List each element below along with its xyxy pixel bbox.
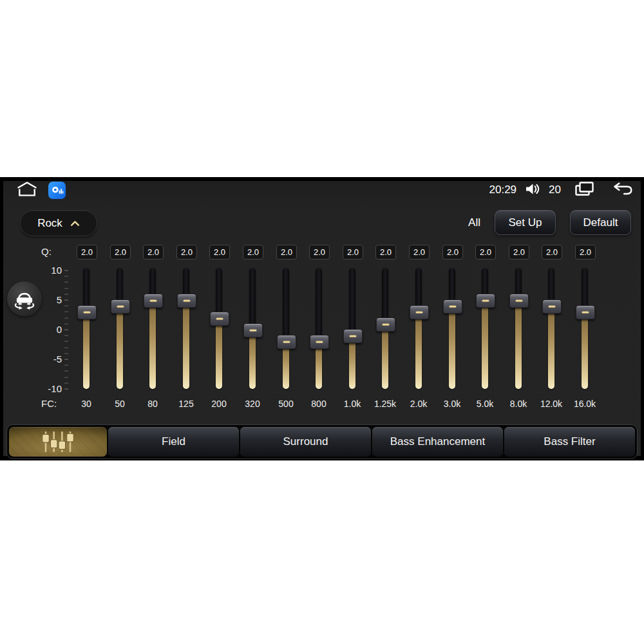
q-value-badge: 2.0 [475,245,496,260]
track-upper-segment [382,268,388,324]
band-slider-handle-50[interactable] [111,299,130,314]
tab-surround[interactable]: Surround [240,427,371,457]
tab-bass-filter[interactable]: Bass Filter [504,427,635,457]
track-lower-segment [83,312,90,389]
status-bar-left [15,180,66,200]
db-ruler-tick [64,377,68,378]
track-lower-segment [382,324,388,389]
band-slider-track-50[interactable] [117,268,123,389]
fc-frequency-label: 5.0k [466,398,504,410]
ai-assistant-app-icon[interactable] [48,182,66,199]
band-slider-handle-80[interactable] [144,294,163,308]
band-slider-handle-200[interactable] [210,312,229,326]
tab-label: Bass Filter [544,435,595,448]
bezel-right [641,177,644,460]
q-value-badge: 2.0 [509,245,529,260]
fc-frequency-label: 320 [233,398,272,410]
db-ruler-tick [64,359,68,360]
default-button[interactable]: Default [570,210,631,235]
band-slider-track-80[interactable] [149,268,156,389]
q-value-badge: 2.0 [276,245,297,260]
band-slider-handle-320[interactable] [243,323,263,337]
band-slider-handle-3.0k[interactable] [443,299,462,314]
band-slider-handle-125[interactable] [177,294,196,308]
db-ruler-tick [64,294,68,295]
q-value-badge: 2.0 [575,245,596,260]
band-slider-handle-8.0k[interactable] [509,294,529,308]
band-slider-track-5.0k[interactable] [482,268,488,389]
track-lower-segment [548,306,554,389]
q-value-badge: 2.0 [176,245,197,260]
band-slider-handle-800[interactable] [310,335,329,349]
track-lower-segment [249,330,256,389]
band-slider-track-200[interactable] [216,268,222,389]
track-lower-segment [415,312,422,389]
band-slider-handle-16.0k[interactable] [576,305,595,319]
status-bar-right: 20:29 20 [489,180,634,200]
band-slider-track-1.0k[interactable] [349,268,355,389]
q-value-badge: 2.0 [309,245,330,260]
db-scale-label: 10 [24,265,62,276]
home-icon[interactable] [15,180,39,200]
band-slider-handle-12.0k[interactable] [542,299,562,314]
band-slider-handle-1.25k[interactable] [376,317,395,332]
head-unit-screen: 20:29 20 Rock [0,177,644,460]
db-scale-label: 0 [24,324,62,336]
band-slider-track-500[interactable] [283,268,289,389]
q-value-badge: 2.0 [243,245,263,260]
tab-label: Bass Enhancement [390,435,485,448]
db-scale-label: -5 [24,354,62,365]
tab-bass-enhancement[interactable]: Bass Enhancement [372,427,503,457]
band-slider-handle-2.0k[interactable] [410,305,429,319]
band-slider-handle-5.0k[interactable] [476,294,495,308]
db-ruler-tick [64,281,68,283]
chevron-up-icon [70,220,80,227]
db-ruler-tick [64,370,68,372]
fc-frequency-label: 16.0k [565,398,604,410]
db-ruler-tick [64,288,68,289]
band-slider-track-8.0k[interactable] [515,268,522,389]
recent-apps-icon[interactable] [573,180,596,200]
track-lower-segment [183,300,189,389]
track-lower-segment [582,312,588,389]
fc-frequency-label: 800 [299,398,338,410]
setup-button[interactable]: Set Up [495,210,556,235]
track-upper-segment [249,268,256,330]
q-value-badge: 2.0 [375,245,396,260]
band-slider-track-800[interactable] [316,268,322,389]
band-slider-track-16.0k[interactable] [582,268,588,389]
db-ruler-tick [64,329,68,330]
back-icon[interactable] [610,182,634,199]
fc-frequency-label: 30 [67,398,106,410]
q-value-badge: 2.0 [442,245,463,260]
track-lower-segment [349,336,355,389]
band-slider-handle-500[interactable] [277,335,296,349]
track-lower-segment [482,300,488,389]
tab-label: Field [162,435,185,448]
bottom-tab-bar: FieldSurroundBass EnhancementBass Filter [6,424,638,459]
track-upper-segment [349,268,355,336]
header-actions: All Set Up Default [468,210,631,235]
track-lower-segment [515,300,522,389]
band-slider-track-30[interactable] [83,268,90,389]
preset-dropdown[interactable]: Rock [20,210,97,236]
band-slider-track-2.0k[interactable] [415,268,422,389]
db-ruler-tick [64,311,68,312]
fc-row-label: FC: [41,398,57,410]
volume-icon[interactable] [525,182,540,198]
db-ruler-tick [64,299,68,301]
all-button[interactable]: All [468,216,480,229]
tab-field[interactable]: Field [108,427,239,457]
q-value-badge: 2.0 [143,245,164,260]
tab-equalizer[interactable] [9,427,107,457]
band-slider-track-125[interactable] [183,268,189,389]
band-slider-handle-30[interactable] [77,305,97,319]
db-ruler-tick [64,388,68,390]
band-slider-handle-1.0k[interactable] [343,329,363,343]
band-slider-track-12.0k[interactable] [548,268,554,389]
q-value-badge: 2.0 [209,245,230,260]
db-ruler-tick [64,365,68,366]
equalizer-sliders-icon [39,430,77,454]
band-slider-track-3.0k[interactable] [449,268,455,389]
q-value-badge: 2.0 [110,245,131,260]
